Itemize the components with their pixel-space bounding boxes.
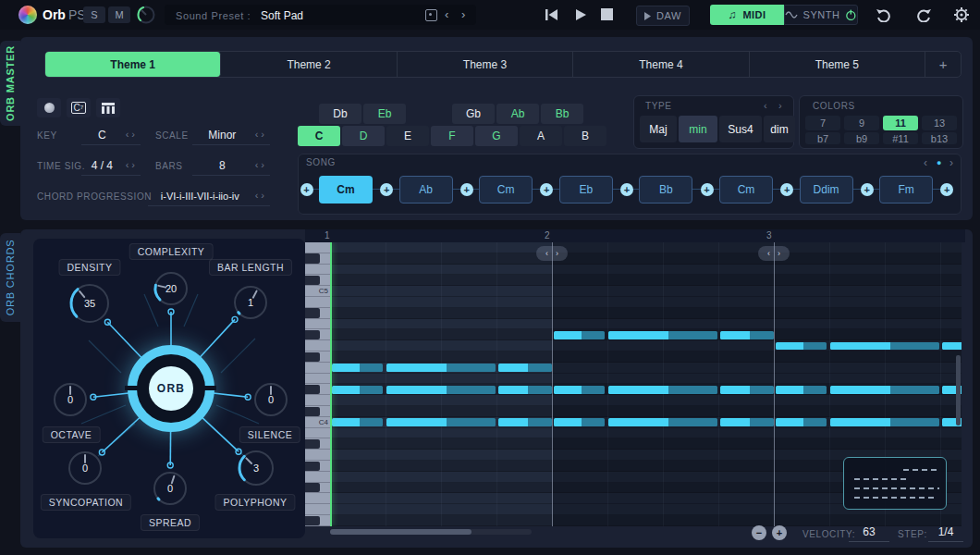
tab-theme-4[interactable]: Theme 4	[573, 52, 749, 77]
key-Eb[interactable]: Eb	[363, 104, 406, 124]
bars-prev-icon[interactable]: ‹	[252, 160, 262, 170]
sidebar-tab-orb-chords[interactable]: ORB CHORDS	[0, 233, 20, 322]
redo-icon[interactable]	[915, 7, 932, 22]
piano-key-black[interactable]	[305, 462, 320, 471]
song-chord-7[interactable]: Ddim	[800, 176, 853, 204]
key-A[interactable]: A	[520, 126, 562, 146]
midi-toggle[interactable]: ♫ MIDI	[710, 5, 784, 25]
song-add-chord-icon[interactable]: +	[300, 183, 313, 196]
loop-handle-next-icon[interactable]: ›	[778, 249, 780, 258]
song-add-chord-icon[interactable]: +	[380, 183, 393, 196]
synth-toggle[interactable]: SYNTH	[784, 5, 858, 25]
piano-key-black[interactable]	[305, 439, 320, 449]
stop-button[interactable]	[601, 8, 613, 20]
midi-note[interactable]	[332, 418, 383, 426]
zoom-in-button[interactable]: +	[772, 525, 787, 540]
key-G[interactable]: G	[475, 126, 518, 146]
color-option-9[interactable]: 9	[844, 116, 879, 130]
key-C[interactable]: C	[298, 126, 340, 146]
song-chord-1[interactable]: Cm	[319, 176, 373, 204]
tab-theme-1[interactable]: Theme 1	[45, 52, 221, 77]
key-B[interactable]: B	[564, 126, 606, 146]
midi-note[interactable]	[498, 418, 552, 426]
scale-next-icon[interactable]: ›	[261, 130, 270, 140]
scale-field[interactable]: Minor‹›	[192, 125, 270, 145]
type-next-icon[interactable]: ›	[778, 101, 782, 111]
song-page-prev-icon[interactable]: ‹	[924, 157, 927, 168]
midi-note[interactable]	[386, 418, 496, 426]
midi-note[interactable]	[554, 386, 605, 394]
tab-theme-3[interactable]: Theme 3	[398, 52, 573, 77]
midi-note[interactable]	[386, 386, 496, 394]
midi-note[interactable]	[776, 342, 827, 351]
midi-note[interactable]	[386, 364, 496, 372]
settings-gear-icon[interactable]	[953, 6, 970, 23]
midi-note[interactable]	[720, 386, 774, 394]
piano-key-row[interactable]	[305, 319, 330, 330]
key-F[interactable]: F	[431, 126, 473, 146]
song-page-next-icon[interactable]: ›	[949, 157, 953, 168]
orb-core-button[interactable]: ORB	[149, 366, 193, 411]
midi-note[interactable]	[776, 418, 827, 426]
h-scroll-thumb[interactable]	[330, 529, 472, 535]
midi-note[interactable]	[720, 331, 774, 339]
midi-note[interactable]	[720, 418, 774, 426]
midi-note[interactable]	[554, 331, 605, 339]
midi-note[interactable]	[830, 418, 939, 426]
solo-button[interactable]: S	[83, 6, 105, 23]
key-Bb[interactable]: Bb	[541, 104, 583, 124]
mode-orb-button[interactable]	[37, 98, 61, 117]
piano-key-black[interactable]	[305, 352, 320, 362]
type-option-Maj[interactable]: Maj	[640, 116, 677, 142]
key-Gb[interactable]: Gb	[452, 104, 495, 124]
piano-key-black[interactable]	[305, 516, 320, 525]
song-add-chord-icon[interactable]: +	[620, 183, 633, 196]
song-add-chord-icon[interactable]: +	[460, 183, 473, 196]
piano-key-row[interactable]	[305, 493, 330, 504]
midi-note[interactable]	[830, 342, 939, 351]
song-add-chord-icon[interactable]: +	[940, 183, 953, 196]
midi-note[interactable]	[554, 418, 605, 426]
piano-key-row[interactable]	[305, 374, 330, 385]
color-option-11[interactable]: 11	[883, 116, 918, 130]
color-option-#11[interactable]: #11	[883, 132, 918, 144]
time-sig-field[interactable]: 4 / 4‹›	[81, 155, 141, 176]
midi-note[interactable]	[608, 418, 717, 426]
color-option-7[interactable]: 7	[805, 116, 840, 130]
bars-next-icon[interactable]: ›	[261, 160, 270, 170]
type-option-min[interactable]: min	[679, 116, 717, 142]
chord-progression-field[interactable]: i-VI-i-III-VII-i-iio-iv‹›	[148, 186, 270, 206]
loop-handle-prev-icon[interactable]: ‹	[767, 249, 770, 258]
chord-progression-next-icon[interactable]: ›	[261, 191, 270, 201]
midi-note[interactable]	[776, 386, 827, 394]
zoom-out-button[interactable]: −	[752, 525, 766, 540]
add-theme-button[interactable]: +	[925, 52, 961, 77]
midi-note[interactable]	[608, 386, 717, 394]
time-sig-prev-icon[interactable]: ‹	[123, 160, 132, 170]
mute-button[interactable]: M	[108, 6, 130, 23]
song-chord-2[interactable]: Ab	[399, 176, 453, 204]
key-field[interactable]: C‹›	[81, 125, 141, 145]
midi-note[interactable]	[498, 364, 552, 372]
velocity-value[interactable]: 63	[849, 525, 889, 542]
type-prev-icon[interactable]: ‹	[764, 101, 767, 111]
midi-note[interactable]	[332, 364, 383, 372]
scale-prev-icon[interactable]: ‹	[252, 130, 262, 140]
skip-start-button[interactable]	[545, 8, 559, 21]
midi-note[interactable]	[830, 386, 939, 394]
song-chord-8[interactable]: Fm	[879, 176, 933, 204]
piano-key-row[interactable]	[305, 472, 330, 483]
loop-marker-line[interactable]	[774, 242, 775, 526]
time-sig-next-icon[interactable]: ›	[131, 160, 141, 170]
midi-note[interactable]	[498, 386, 552, 394]
midi-note[interactable]	[942, 342, 962, 351]
vertical-scrollbar[interactable]	[956, 355, 961, 426]
mode-chord-button[interactable]: C⁷	[67, 98, 91, 117]
piano-key-black[interactable]	[305, 253, 320, 263]
loop-handle-next-icon[interactable]: ›	[556, 249, 558, 258]
type-option-Sus4[interactable]: Sus4	[719, 116, 762, 142]
step-value[interactable]: 1/4	[928, 525, 963, 542]
bars-field[interactable]: 8‹›	[192, 155, 270, 176]
song-add-chord-icon[interactable]: +	[861, 183, 874, 196]
piano-key-black[interactable]	[305, 308, 320, 317]
